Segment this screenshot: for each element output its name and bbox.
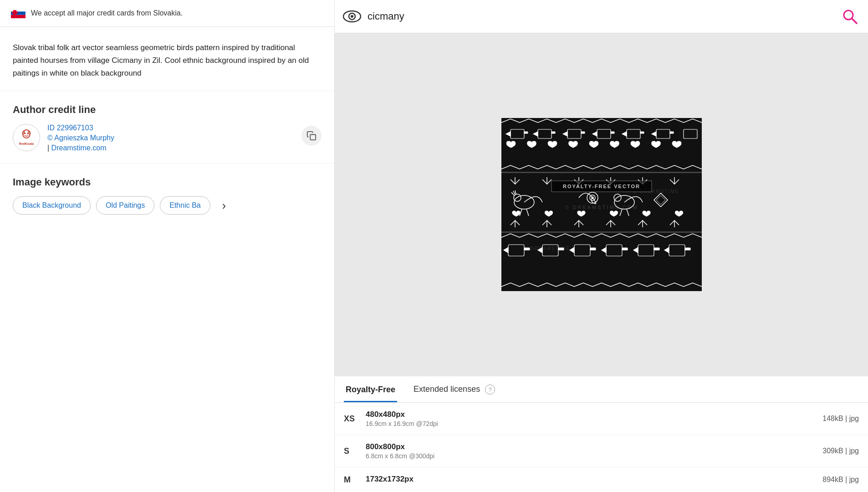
eye-icon: [342, 6, 362, 26]
description-section: Slovak tribal folk art vector seamless g…: [0, 27, 334, 91]
tab-royalty-free[interactable]: Royalty-Free: [344, 377, 397, 402]
price-table: XS 480x480px 16.9cm x 16.9cm @72dpi 148k…: [335, 403, 868, 492]
keywords-row: Black Background Old Paitings Ethnic Ba …: [13, 196, 322, 215]
tab-extended-licenses[interactable]: Extended licenses ?: [412, 376, 497, 403]
svg-rect-66: [590, 248, 596, 250]
keyword-pill-1[interactable]: Old Paitings: [96, 196, 154, 215]
svg-rect-75: [685, 248, 690, 250]
slovakia-flag-icon: [11, 8, 26, 18]
author-name-prefix: ©: [47, 134, 53, 142]
svg-text:© DREAMSTIME.COM: © DREAMSTIME.COM: [565, 205, 638, 210]
size-details-s: 800x800px 6.8cm x 6.8cm @300dpi: [366, 442, 815, 460]
search-input[interactable]: [368, 10, 833, 22]
svg-text:© DREAMSTIME: © DREAMSTIME: [524, 246, 570, 251]
author-row: RedKoala ID 229967103 © Agnieszka Murphy…: [13, 124, 322, 152]
search-button[interactable]: [839, 5, 861, 27]
id-label: ID: [47, 124, 55, 132]
author-id-value[interactable]: 229967103: [56, 124, 93, 132]
size-details-xs: 480x480px 16.9cm x 16.9cm @72dpi: [366, 410, 815, 427]
svg-point-14: [351, 15, 353, 18]
size-label-s: S: [344, 446, 358, 456]
svg-text:ROYALTY-FREE VECTOR: ROYALTY-FREE VECTOR: [563, 184, 640, 189]
author-logo-label: RedKoala: [19, 142, 34, 146]
svg-rect-33: [640, 132, 644, 133]
author-name[interactable]: © Agnieszka Murphy: [47, 134, 114, 142]
svg-rect-24: [551, 132, 555, 133]
search-bar: [335, 0, 868, 33]
keyword-pill-2[interactable]: Ethnic Ba: [160, 196, 210, 215]
svg-rect-3: [11, 15, 26, 18]
size-label-xs: XS: [344, 414, 358, 424]
size-px-xs: 480x480px: [366, 410, 815, 419]
svg-line-16: [852, 19, 857, 23]
left-panel: We accept all major credit cards from Sl…: [0, 0, 335, 492]
keywords-section: Image keywords Black Background Old Pait…: [0, 164, 334, 226]
author-name-value[interactable]: Agnieszka Murphy: [54, 134, 114, 142]
svg-rect-30: [611, 132, 614, 133]
author-site[interactable]: | Dreamstime.com: [47, 144, 114, 152]
logo-eye-icon: [343, 9, 361, 24]
author-id: ID 229967103: [47, 124, 114, 132]
top-banner: We accept all major credit cards from Sl…: [0, 0, 334, 27]
keywords-section-title: Image keywords: [13, 176, 322, 188]
svg-rect-72: [654, 248, 659, 250]
ethnic-pattern-image: © DREAMSTIME.COM © DREAMSTIME © DREAMSTI…: [501, 113, 702, 296]
svg-rect-69: [622, 248, 628, 250]
size-cm-s: 6.8cm x 6.8cm @300dpi: [366, 452, 815, 460]
svg-rect-36: [670, 132, 674, 133]
keywords-next-arrow[interactable]: ›: [216, 197, 232, 214]
description-text: Slovak tribal folk art vector seamless g…: [13, 41, 322, 80]
svg-point-49: [592, 197, 593, 199]
author-section-title: Author credit line: [13, 104, 322, 116]
svg-rect-11: [310, 134, 316, 140]
author-info: ID 229967103 © Agnieszka Murphy | Dreams…: [47, 124, 114, 152]
copy-button[interactable]: [301, 126, 322, 146]
svg-rect-56: [501, 231, 702, 233]
site-prefix: |: [47, 144, 49, 152]
svg-rect-38: [501, 172, 702, 173]
copy-icon: [306, 131, 317, 141]
size-px-m: 1732x1732px: [366, 475, 815, 484]
redkoala-logo-icon: [20, 129, 33, 142]
author-left: RedKoala ID 229967103 © Agnieszka Murphy…: [13, 124, 114, 152]
size-price-m: 894kB | jpg: [822, 476, 859, 484]
banner-text: We accept all major credit cards from Sl…: [31, 9, 183, 17]
author-logo: RedKoala: [13, 124, 40, 151]
tabs-row: Royalty-Free Extended licenses ?: [335, 376, 868, 403]
site-link[interactable]: Dreamstime.com: [51, 144, 107, 152]
author-section: Author credit line RedKoala: [0, 91, 334, 164]
price-row-m: M 1732x1732px 894kB | jpg: [335, 467, 868, 492]
right-panel: © DREAMSTIME.COM © DREAMSTIME © DREAMSTI…: [335, 0, 868, 492]
size-details-m: 1732x1732px: [366, 475, 815, 485]
size-px-s: 800x800px: [366, 442, 815, 451]
keyword-pill-0[interactable]: Black Background: [13, 196, 91, 215]
price-row-xs: XS 480x480px 16.9cm x 16.9cm @72dpi 148k…: [335, 403, 868, 435]
price-row-s: S 800x800px 6.8cm x 6.8cm @300dpi 309kB …: [335, 435, 868, 467]
svg-rect-27: [581, 132, 585, 133]
svg-rect-1: [11, 8, 26, 11]
size-label-m: M: [344, 475, 358, 485]
size-cm-xs: 16.9cm x 16.9cm @72dpi: [366, 420, 815, 427]
pricing-section: Royalty-Free Extended licenses ? XS 480x…: [335, 376, 868, 492]
svg-rect-21: [524, 132, 528, 133]
image-container: © DREAMSTIME.COM © DREAMSTIME © DREAMSTI…: [335, 33, 868, 376]
size-price-s: 309kB | jpg: [822, 447, 859, 455]
search-icon: [842, 8, 858, 25]
svg-rect-5: [12, 11, 18, 14]
extended-licenses-help-icon[interactable]: ?: [485, 384, 495, 395]
size-price-xs: 148kB | jpg: [822, 415, 859, 423]
svg-rect-57: [501, 233, 702, 291]
